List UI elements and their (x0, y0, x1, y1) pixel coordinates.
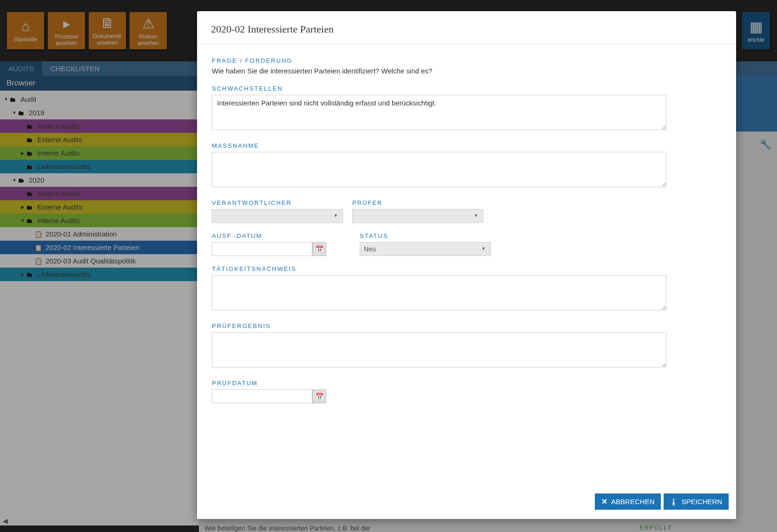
cancel-label: ABBRECHEN (611, 498, 654, 506)
calendar-icon: 📅 (316, 393, 323, 400)
pruefer-select[interactable] (352, 209, 483, 223)
edit-modal: 2020-02 Interessierte Parteien FRAGE / F… (197, 11, 736, 519)
verantwortlicher-label: VERANTWORTLICHER (212, 199, 343, 206)
schwachstellen-input[interactable] (212, 95, 666, 130)
schwachstellen-label: SCHWACHSTELLEN (212, 85, 721, 92)
modal-title: 2020-02 Interessierte Parteien (197, 11, 736, 44)
pruefergebnis-input[interactable] (212, 332, 666, 368)
massnahme-label: MASSNAHME (212, 142, 721, 149)
massnahme-input[interactable] (212, 152, 666, 187)
pruefergebnis-label: PRÜFERGEBNIS (212, 322, 721, 329)
cancel-button[interactable]: ✕ ABBRECHEN (595, 493, 661, 510)
save-label: SPEICHERN (681, 498, 722, 506)
frage-text: Wie haben Sie die interessierten Parteie… (212, 67, 721, 75)
status-select[interactable]: Neu (360, 242, 491, 256)
ausf-datum-picker[interactable]: 📅 (312, 242, 326, 256)
ausf-datum-label: AUSF.-DATUM (212, 232, 326, 239)
ausf-datum-input[interactable] (212, 242, 312, 256)
modal-body: FRAGE / FORDERUNG Wie haben Sie die inte… (197, 44, 736, 487)
taetigkeit-input[interactable] (212, 275, 666, 310)
taetigkeit-label: TÄTIGKEITSNACHWEIS (212, 265, 721, 272)
pruefer-label: PRÜFER (352, 199, 483, 206)
save-button[interactable]: ⭳ SPEICHERN (664, 493, 729, 510)
pruefdatum-label: PRÜFDATUM (212, 380, 721, 387)
pruefdatum-picker[interactable]: 📅 (312, 389, 326, 403)
modal-footer: ✕ ABBRECHEN ⭳ SPEICHERN (197, 487, 736, 519)
pruefdatum-input[interactable] (212, 389, 312, 403)
save-icon: ⭳ (670, 498, 678, 506)
verantwortlicher-select[interactable] (212, 209, 343, 223)
calendar-icon: 📅 (316, 245, 323, 253)
status-label: STATUS (360, 232, 491, 239)
frage-label: FRAGE / FORDERUNG (212, 57, 721, 64)
close-icon: ✕ (601, 497, 607, 506)
